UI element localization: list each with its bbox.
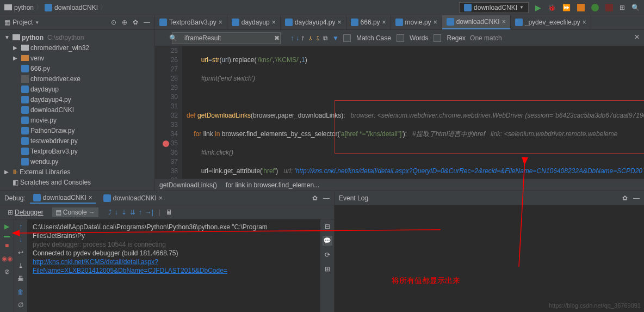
console-link[interactable]: http://kns.cnki.net/KCMS/detail/detail.a… — [33, 258, 227, 274]
close-icon[interactable]: × — [583, 19, 586, 26]
tree-item[interactable]: wendu.py — [0, 156, 154, 167]
multiline-icon[interactable]: ⧉ — [323, 34, 328, 42]
editor-tab[interactable]: TextproBarv3.py× — [155, 15, 227, 29]
tree-scratches[interactable]: ◧ Scratches and Consoles — [0, 177, 154, 187]
rerun-icon[interactable]: ▶ — [2, 222, 12, 231]
tree-item[interactable]: ▶venv — [0, 53, 154, 63]
close-icon[interactable]: × — [159, 194, 163, 202]
clear-icon[interactable]: 🗑 — [16, 287, 26, 297]
gutter-line[interactable]: 35 — [155, 139, 178, 148]
force-step-icon[interactable]: ⇊ — [130, 209, 135, 216]
gutter-line[interactable]: 27 — [155, 65, 178, 74]
breadcrumb-file[interactable]: downloadCNKI — [45, 4, 98, 11]
gutter-line[interactable]: 31 — [155, 102, 178, 111]
tree-item[interactable]: PathonDraw.py — [0, 125, 154, 136]
gear-icon[interactable]: ✿ — [622, 194, 628, 202]
gear-icon[interactable]: ✿ — [312, 194, 318, 202]
tree-item[interactable]: daydayup — [0, 84, 154, 94]
chevron-right-icon[interactable]: ▶ — [4, 169, 11, 175]
breakpoint-icon[interactable] — [163, 140, 169, 147]
regex-checkbox[interactable] — [434, 34, 441, 42]
find-filter-icon[interactable]: ⫯ — [301, 34, 305, 42]
console-tab[interactable]: ▤ Console → — [52, 207, 98, 217]
step-into-icon[interactable]: ↓ — [115, 209, 118, 216]
scroll-icon[interactable]: ⤓ — [16, 261, 26, 271]
step-over-icon[interactable]: ⤴ — [108, 209, 112, 216]
tree-external-libs[interactable]: ▶ ⊪ External Libraries — [0, 167, 154, 177]
code-editor[interactable]: url=str(url).replace('/kns/','/KCMS/',1)… — [182, 46, 644, 179]
gutter-line[interactable]: 29 — [155, 83, 178, 93]
find-input[interactable] — [172, 32, 281, 44]
run-configuration-selector[interactable]: downloadCNKI ▼ — [459, 2, 529, 13]
run-icon[interactable]: ▶ — [535, 3, 541, 12]
filter-icon[interactable]: ∅ — [16, 300, 26, 310]
mute-breakpoints-icon[interactable]: ⊘ — [2, 267, 12, 277]
clear-icon[interactable]: ✖ — [274, 34, 280, 42]
locate-icon[interactable]: ⊕ — [122, 19, 127, 26]
stop-icon[interactable]: ■ — [2, 241, 12, 250]
gutter-line[interactable]: 32 — [155, 111, 178, 120]
tree-item[interactable]: movie.py — [0, 115, 154, 125]
softwrap-icon[interactable]: ↩ — [16, 248, 26, 258]
gutter-line[interactable]: 38 — [155, 167, 178, 176]
collapse-icon[interactable]: ⊙ — [111, 19, 116, 26]
tree-item[interactable]: chromedriver.exe — [0, 74, 154, 84]
breadcrumb-root[interactable]: python — [4, 4, 34, 11]
up-icon[interactable]: ↑ — [16, 222, 26, 231]
chevron-down-icon[interactable]: ▼ — [35, 20, 39, 25]
gutter-line[interactable]: 25 — [155, 46, 178, 56]
bc-loop[interactable]: for link in browser.find_elemen... — [226, 181, 319, 188]
gutter-line[interactable]: 37 — [155, 157, 178, 167]
tree-item[interactable]: TextproBarv3.py — [0, 146, 154, 156]
editor-tab[interactable]: _pydev_execfile.py× — [511, 15, 591, 29]
close-icon[interactable]: × — [338, 19, 342, 26]
debug-session-tab[interactable]: downloadCNKI × — [30, 193, 96, 204]
attach-icon[interactable]: ⏩ — [562, 4, 571, 11]
gutter-line[interactable]: 39 — [155, 176, 178, 179]
gutter-line[interactable]: 34 — [155, 130, 178, 139]
highlight-icon[interactable]: ⫰ — [309, 34, 312, 42]
words-checkbox[interactable] — [397, 34, 404, 42]
profile-icon[interactable] — [591, 4, 599, 11]
chevron-down-icon[interactable]: ▼ — [4, 34, 11, 40]
gutter-line[interactable]: 33 — [155, 120, 178, 130]
print-icon[interactable]: 🖶 — [16, 274, 26, 284]
console-output[interactable]: C:\Users\dell\AppData\Local\Programs\Pyt… — [27, 219, 320, 312]
gutter-line[interactable]: 36 — [155, 148, 178, 157]
gutter-line[interactable]: 28 — [155, 74, 178, 83]
view-breakpoints-icon[interactable]: ◉◉ — [2, 254, 12, 264]
step-out-icon[interactable]: ↑ — [139, 209, 142, 216]
down-icon[interactable]: ↓ — [16, 235, 26, 244]
find-prev-icon[interactable]: ↑ — [290, 34, 294, 42]
close-find-icon[interactable]: ✕ — [634, 33, 640, 41]
close-icon[interactable]: × — [434, 19, 437, 26]
gutter-line[interactable]: 30 — [155, 93, 178, 102]
search-icon[interactable]: 🔍 — [631, 4, 640, 11]
tree-root[interactable]: ▼ python C:\sd\python — [0, 32, 154, 42]
editor-tab[interactable]: 666.py× — [346, 15, 391, 29]
hide-btn-icon[interactable]: ⊟ — [323, 222, 332, 231]
tree-item[interactable]: testwebdriver.py — [0, 136, 154, 146]
settings-icon[interactable]: ✿ — [133, 19, 138, 26]
editor-tab[interactable]: downloadCNKI× — [442, 15, 511, 29]
history-icon[interactable]: ⟳ — [323, 250, 332, 260]
close-icon[interactable]: × — [89, 194, 92, 201]
highlight2-icon[interactable]: ⫱ — [317, 34, 319, 42]
find-next-icon[interactable]: ↓ — [296, 34, 299, 42]
editor-tab[interactable]: daydayup4.py× — [281, 15, 346, 29]
tree-item[interactable]: downloadCNKI — [0, 105, 154, 115]
close-icon[interactable]: × — [272, 19, 276, 26]
coverage-icon[interactable] — [577, 4, 585, 11]
tree-icon[interactable]: ⊞ — [323, 264, 332, 274]
tree-item[interactable]: ▶chromedriver_win32 — [0, 42, 154, 53]
step-into-my-icon[interactable]: ⇣ — [121, 209, 127, 216]
close-icon[interactable]: × — [382, 19, 386, 26]
editor-tab[interactable]: daydayup× — [227, 15, 281, 29]
hide-icon[interactable]: — — [144, 19, 150, 26]
resume-icon[interactable] — [4, 236, 10, 237]
filter-icon[interactable]: ▼ — [332, 34, 339, 42]
vcs-icon[interactable]: ⊞ — [620, 4, 625, 11]
eval-expression-icon[interactable]: 🖩 — [166, 209, 172, 216]
match-case-checkbox[interactable] — [343, 34, 351, 42]
close-icon[interactable]: × — [502, 18, 506, 26]
